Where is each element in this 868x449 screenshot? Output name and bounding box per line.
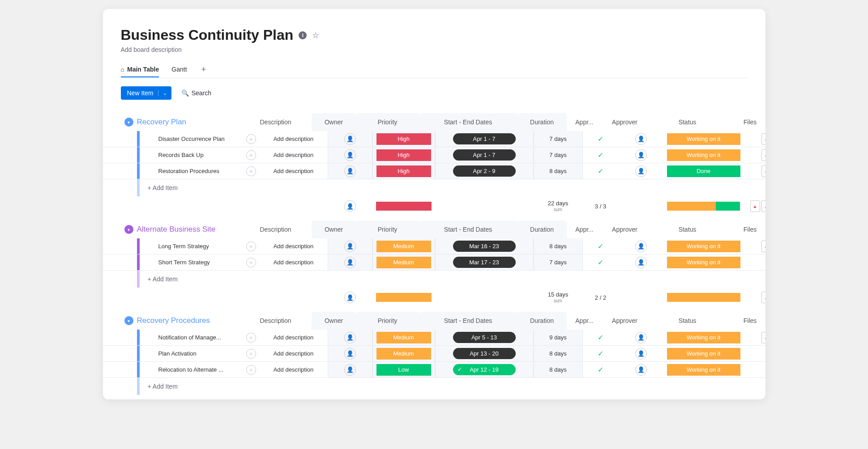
files-cell[interactable] xyxy=(744,254,765,270)
approved-check-icon[interactable]: ✓ xyxy=(598,151,603,159)
table-row[interactable]: Short Term Strategy+Add description👤Medi… xyxy=(103,254,765,271)
column-header-owner[interactable]: Owner xyxy=(312,312,356,330)
description-cell[interactable]: Add description xyxy=(256,131,328,147)
approver-icon[interactable]: 👤 xyxy=(635,133,647,145)
item-name[interactable]: Short Term Strategy xyxy=(158,259,243,266)
approver-icon[interactable]: 👤 xyxy=(635,241,647,252)
column-header-owner[interactable]: Owner xyxy=(312,113,356,131)
column-header-files[interactable]: Files xyxy=(728,220,765,238)
approver-icon[interactable]: 👤 xyxy=(635,165,647,177)
owner-icon[interactable]: 👤 xyxy=(344,149,356,161)
owner-icon[interactable]: 👤 xyxy=(344,165,356,177)
files-cell[interactable]: ▲ xyxy=(744,238,765,254)
files-cell[interactable] xyxy=(744,362,765,377)
table-row[interactable]: Notification of Manage...+Add descriptio… xyxy=(103,330,765,346)
column-header-status[interactable]: Status xyxy=(647,220,728,238)
approver-icon[interactable]: 👤 xyxy=(635,332,647,343)
status-cell[interactable]: Working on it xyxy=(667,257,740,268)
approved-check-icon[interactable]: ✓ xyxy=(598,365,603,374)
column-header-duration[interactable]: Duration xyxy=(517,220,567,238)
column-header-approved[interactable]: Appr... xyxy=(567,312,603,330)
board-description[interactable]: Add board description xyxy=(121,46,748,53)
date-range-cell[interactable]: Apr 1 - 7 xyxy=(453,133,516,144)
search-button[interactable]: 🔍 Search xyxy=(181,89,211,97)
group-name[interactable]: Alternate Business Site xyxy=(137,225,216,234)
approved-check-icon[interactable]: ✓ xyxy=(598,258,603,267)
files-cell[interactable]: ▲ xyxy=(744,163,765,179)
column-header-files[interactable]: Files xyxy=(728,312,765,330)
column-header-dates[interactable]: Start - End Dates xyxy=(419,113,517,131)
approver-icon[interactable]: 👤 xyxy=(635,348,647,360)
info-icon[interactable]: i xyxy=(299,31,307,39)
table-row[interactable]: Disaster Occurrence Plan+Add description… xyxy=(103,131,765,147)
approved-check-icon[interactable]: ✓ xyxy=(598,349,603,358)
column-header-dates[interactable]: Start - End Dates xyxy=(419,220,517,238)
tab-main-table[interactable]: ⌂ Main Table xyxy=(121,62,159,77)
add-comment-icon[interactable]: + xyxy=(246,258,256,267)
item-name[interactable]: Plan Activation xyxy=(158,350,243,357)
date-range-cell[interactable]: ✓Apr 12 - 19 xyxy=(453,364,516,375)
description-cell[interactable]: Add description xyxy=(256,330,328,345)
add-comment-icon[interactable]: + xyxy=(246,349,256,359)
status-cell[interactable]: Working on it xyxy=(667,348,740,360)
column-header-duration[interactable]: Duration xyxy=(517,312,567,330)
column-header-priority[interactable]: Priority xyxy=(356,312,419,330)
file-icon[interactable]: ▲ xyxy=(761,200,765,212)
star-icon[interactable]: ☆ xyxy=(312,30,319,40)
item-name[interactable]: Records Back Up xyxy=(158,152,243,158)
approver-icon[interactable]: 👤 xyxy=(635,257,647,268)
column-header-approver[interactable]: Approver xyxy=(603,312,647,330)
priority-cell[interactable]: Low xyxy=(376,364,431,376)
file-icon[interactable]: ▲ xyxy=(761,149,765,161)
column-header-status[interactable]: Status xyxy=(647,113,728,131)
owner-icon[interactable]: 👤 xyxy=(344,348,356,360)
column-header-approver[interactable]: Approver xyxy=(603,113,647,131)
table-row[interactable]: Plan Activation+Add description👤MediumAp… xyxy=(103,346,765,362)
file-icon[interactable]: ▲ xyxy=(761,241,765,252)
add-comment-icon[interactable]: + xyxy=(246,333,256,343)
add-comment-icon[interactable]: + xyxy=(246,241,256,251)
date-range-cell[interactable]: Apr 1 - 7 xyxy=(453,149,516,161)
table-row[interactable]: Relocation to Alternate ...+Add descript… xyxy=(103,362,765,378)
owner-icon[interactable]: 👤 xyxy=(344,200,356,212)
approved-check-icon[interactable]: ✓ xyxy=(598,242,603,250)
date-range-cell[interactable]: Apr 5 - 13 xyxy=(453,332,516,343)
item-name[interactable]: Restoration Procedures xyxy=(158,168,243,174)
priority-cell[interactable]: Medium xyxy=(376,257,431,268)
priority-cell[interactable]: High xyxy=(376,133,431,145)
description-cell[interactable]: Add description xyxy=(256,254,328,270)
description-cell[interactable]: Add description xyxy=(256,346,328,361)
column-header-description[interactable]: Description xyxy=(240,220,312,238)
priority-cell[interactable]: Medium xyxy=(376,348,431,360)
file-icon[interactable]: ▲ xyxy=(761,332,765,343)
approved-check-icon[interactable]: ✓ xyxy=(598,167,603,175)
owner-icon[interactable]: 👤 xyxy=(344,241,356,252)
column-header-files[interactable]: Files xyxy=(728,113,765,131)
column-header-priority[interactable]: Priority xyxy=(356,113,419,131)
item-name[interactable]: Notification of Manage... xyxy=(158,334,243,341)
files-cell[interactable]: ▲ xyxy=(744,131,765,147)
priority-cell[interactable]: Medium xyxy=(376,332,431,343)
add-item-row[interactable]: + Add Item xyxy=(103,378,765,395)
collapse-group-button[interactable]: ▾ xyxy=(124,225,133,234)
add-tab-button[interactable]: + xyxy=(200,61,208,78)
status-cell[interactable]: Working on it xyxy=(667,133,740,145)
status-cell[interactable]: Done xyxy=(667,165,740,177)
files-cell[interactable]: ▲ xyxy=(744,330,765,345)
group-name[interactable]: Recovery Procedures xyxy=(137,316,210,325)
column-header-description[interactable]: Description xyxy=(240,113,312,131)
item-name[interactable]: Disaster Occurrence Plan xyxy=(158,136,243,142)
file-icon[interactable]: ▲ xyxy=(750,200,760,212)
table-row[interactable]: Records Back Up+Add description👤HighApr … xyxy=(103,147,765,163)
add-item-row[interactable]: + Add Item xyxy=(103,271,765,288)
table-row[interactable]: Restoration Procedures+Add description👤H… xyxy=(103,163,765,179)
column-header-approved[interactable]: Appr... xyxy=(567,220,603,238)
description-cell[interactable]: Add description xyxy=(256,163,328,179)
date-range-cell[interactable]: Mar 16 - 23 xyxy=(453,241,516,252)
column-header-status[interactable]: Status xyxy=(647,312,728,330)
collapse-group-button[interactable]: ▾ xyxy=(124,118,133,127)
approver-icon[interactable]: 👤 xyxy=(635,364,647,376)
file-icon[interactable]: ▲ xyxy=(761,133,765,145)
column-header-approver[interactable]: Approver xyxy=(603,220,647,238)
add-item-row[interactable]: + Add Item xyxy=(103,179,765,196)
